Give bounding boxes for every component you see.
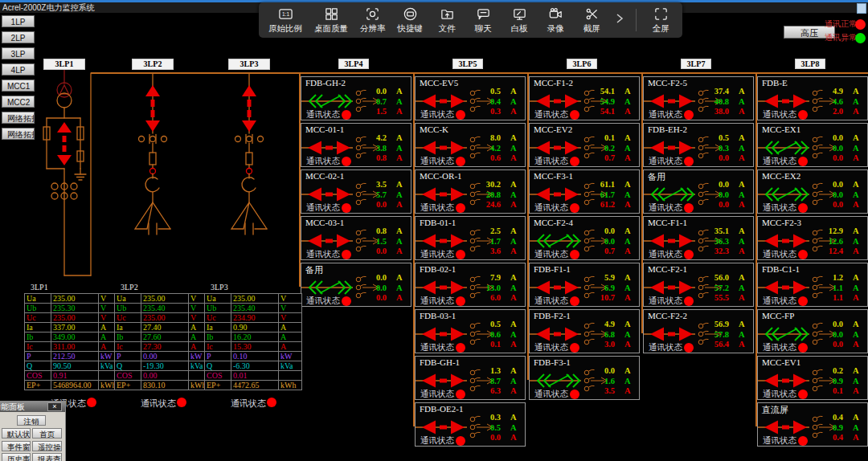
popup-button-5[interactable]: 历史事件 [2,453,31,461]
feeder-panel-3lp7-4[interactable]: MCC-F1-135.1A36.3A32.3A通讯状态 [643,216,754,260]
popup-button-4[interactable]: 遥控操作 [32,441,62,451]
feeder-panel-3lp4-3[interactable]: MCC-02-13.5A5.7A0.0A通讯状态 [301,169,411,214]
toolbar-item-screenshot[interactable]: 截屏 [579,6,604,35]
phase-a-current: 0.3 [470,413,501,422]
feeder-panel-3lp6-6[interactable]: FDB-F2-14.9A6.8A3.0A通讯状态 [529,309,640,353]
feeder-panel-3lp5-5[interactable]: FDB-02-17.9A13.0A6.0A通讯状态 [415,263,526,307]
toolbar-item-shortcut-keys[interactable]: 快捷键 [398,6,424,35]
toolbar-item-whiteboard[interactable]: 白板 [507,6,531,35]
comm-status-dot [684,157,694,166]
feeder-panel-3lp5-7[interactable]: FDB-GH-11.3A8.7A6.3A通讯状态 [415,356,526,400]
phase-a-current: 0.0 [584,366,615,375]
feeder-panel-3lp5-1[interactable]: MCC-EV50.5A0.4A0.3A通讯状态 [415,76,526,120]
feeder-panel-3lp8-5[interactable]: FDB-C1-11.2A1.1A1.1A通讯状态 [757,263,868,307]
feeder-panel-3lp5-2[interactable]: MCC-K8.0A4.2A0.6A通讯状态 [415,123,526,167]
more-chevron-icon[interactable] [616,9,624,31]
toolbar-item-original-scale[interactable]: 1:1原始比例 [268,6,302,35]
sidebar-item-8[interactable]: 网络拓扑2 [2,128,35,140]
popup-button-2[interactable]: 首页 [32,428,62,439]
comm-status-dot [342,203,351,213]
feeder-panel-3lp5-3[interactable]: MCC-OR-130.2A20.8A24.6A通讯状态 [415,169,526,214]
current-unit: A [853,377,859,386]
feeder-panel-3lp5-8[interactable]: FDB-OE2-10.3A0.5A0.0A通讯状态 [415,402,526,447]
current-unit: A [396,284,403,292]
sidebar-item-1[interactable]: 1LP [2,15,35,27]
toolbar-item-files[interactable]: 文件 [435,6,459,35]
toolbar-item-label: 文件 [439,23,456,35]
meter-row-ic: Ic311.00A [25,342,122,352]
meter-row-cos: COS0.00 [115,371,212,381]
feeder-panel-3lp4-1[interactable]: FDB-GH-20.0A0.7A1.5A通讯状态 [301,76,411,120]
popup-button-6[interactable]: 报表查询 [32,453,62,461]
toolbar-item-resolution[interactable]: 分辨率 [360,6,386,35]
current-unit: A [510,386,517,395]
phase-a-current: 56.9 [698,320,729,328]
feeder-panel-3lp6-5[interactable]: FDB-F1-15.9A6.9A10.7A通讯状态 [529,263,640,307]
toolbar-item-desktop-quality[interactable]: 桌面质量 [314,6,348,35]
popup-button-1[interactable]: 默认状态 [2,428,31,439]
phase-c-current: 55.5 [698,293,729,302]
sidebar-item-3[interactable]: 3LP [2,47,35,59]
current-unit: A [739,144,745,153]
feeder-panel-3lp5-4[interactable]: FDB-01-12.5A1.7A3.6A通讯状态 [415,216,526,260]
meter-row-ia: Ia27.40A [115,323,212,332]
feeder-panel-3lp7-2[interactable]: FDB-EH-20.5A0.3A0.0A通讯状态 [643,123,754,167]
toolbar-item-fullscreen[interactable]: 全屏 [649,6,673,35]
comm-status-label: 通讯状态 [420,249,454,260]
sidebar-item-6[interactable]: MCC2 [2,96,35,108]
toolbar-item-recording[interactable]: 录像 [543,6,567,35]
feeder-panel-3lp7-3[interactable]: 备用0.0A0.0A0.0A通讯状态 [643,169,754,214]
feeder-panel-3lp8-2[interactable]: MCC-EX10.0A0.0A0.0A通讯状态 [757,123,868,167]
feeder-panel-3lp6-3[interactable]: MCC-F3-161.1A61.7A61.2A通讯状态 [529,169,640,214]
current-unit: A [853,293,859,302]
feeder-panel-3lp8-7[interactable]: MCC-EV10.2A0.9A0.1A通讯状态 [757,356,868,400]
comm-status-dot [798,343,808,353]
popup-button-3[interactable]: 事件窗口 [2,441,31,451]
legend-label-abnormal: 通讯异常 [825,32,857,43]
feeder-panel-3lp6-2[interactable]: MCC-EV20.1A0.2A0.7A通讯状态 [529,123,640,167]
legend-label-normal: 通讯正常 [825,18,857,30]
feeder-panel-3lp8-4[interactable]: MCC-F2-312.9A12.6A12.4A通讯状态 [757,216,868,260]
feeder-panel-3lp8-3[interactable]: MCC-EX20.0A0.0A0.0A通讯状态 [757,169,868,214]
current-unit: A [510,237,517,246]
sidebar-item-7[interactable]: 网络拓扑1 [2,112,35,124]
feeder-panel-3lp6-4[interactable]: MCC-F2-40.0A0.0A0.7A通讯状态 [529,216,640,260]
current-unit: A [853,107,859,116]
feeder-panel-3lp7-5[interactable]: MCC-F2-156.0A57.2A55.5A通讯状态 [643,263,754,307]
current-unit: A [396,247,403,255]
comm-status-label: 通讯状态 [534,296,568,307]
feeder-panel-3lp8-8[interactable]: 直流屏0.4A0.9A0.4A通讯状态 [757,402,868,447]
window-control-button[interactable] [857,3,866,14]
sidebar-item-5[interactable]: MCC1 [2,80,35,92]
feeder-panel-3lp6-1[interactable]: MCC-F1-254.1A54.9A54.1A通讯状态 [529,76,640,120]
comm-status-label: 通讯状态 [534,389,568,400]
phase-b-current: 0.5 [470,423,501,432]
feeder-panel-3lp7-1[interactable]: MCC-F2-537.4A40.8A38.0A通讯状态 [643,76,754,120]
feeder-panel-3lp8-6[interactable]: MCC-FP0.0A0.0A0.0A通讯状态 [757,309,868,353]
bus-label-3lp5: 3LP5 [452,59,483,69]
toolbar-item-label: 全屏 [653,23,669,35]
logout-button[interactable]: 注销 [17,415,46,426]
feeder-panel-3lp5-6[interactable]: FDB-03-10.5A0.6A0.1A通讯状态 [415,309,526,353]
phase-c-current: 0.1 [470,340,501,349]
feeder-panel-3lp4-5[interactable]: 备用0.0A0.0A0.0A通讯状态 [301,263,411,307]
breaker-3lp1-closed[interactable] [57,122,72,165]
meter-row-uc: Uc235.00V [25,313,122,323]
comm-status-label: 通讯状态 [763,249,796,260]
phase-c-current: 1.5 [356,107,387,116]
feeder-panel-3lp8-1[interactable]: FDB-E4.9A4.6A2.0A通讯状态 [757,76,868,120]
feeder-panel-3lp4-2[interactable]: MCC-01-14.2A3.8A0.8A通讯状态 [301,123,411,167]
sidebar-item-2[interactable]: 2LP [2,31,35,43]
feeder-panel-3lp6-7[interactable]: FDB-F3-10.0A1.6A3.5A通讯状态 [529,356,640,400]
feeder-panel-3lp7-6[interactable]: MCC-F2-256.9A57.8A56.4A通讯状态 [643,309,754,353]
feeder-panel-3lp4-4[interactable]: MCC-03-10.8A1.5A0.0A通讯状态 [301,216,411,260]
phase-c-current: 3.6 [470,247,501,255]
meter-row-p: P0.00kW [115,352,212,361]
current-unit: A [624,340,631,349]
comm-status-dot [342,110,351,120]
current-unit: A [624,226,631,235]
comm-status-label: 通讯状态 [763,202,796,214]
close-icon[interactable]: × [47,402,62,411]
toolbar-item-chat[interactable]: 聊天 [471,6,495,35]
sidebar-item-4[interactable]: 4LP [2,63,35,75]
